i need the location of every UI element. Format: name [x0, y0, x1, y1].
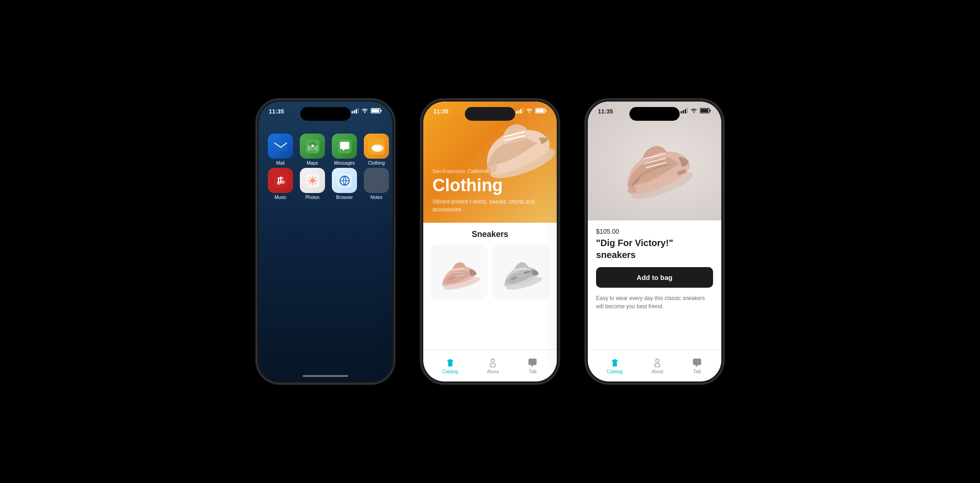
product-screen: 11:35: [588, 102, 721, 381]
svg-point-18: [281, 180, 285, 184]
app-photos[interactable]: Photos: [300, 168, 325, 200]
chat-icon-2: [692, 358, 702, 368]
messages-label: Messages: [334, 161, 355, 166]
time-phone2: 11:35: [433, 108, 448, 115]
app-grid: Mail Maps Messages: [259, 129, 392, 204]
wifi-icon: [361, 108, 368, 113]
svg-rect-33: [545, 110, 546, 112]
tab-bar-catalog: Catalog About: [423, 349, 557, 381]
app-clothing[interactable]: Clothing: [364, 134, 389, 166]
product-hero: 11:35: [588, 102, 721, 220]
svg-rect-7: [372, 109, 379, 113]
mail-label: Mail: [276, 161, 284, 166]
signal-icon-3: [681, 108, 688, 113]
sneaker-card-1[interactable]: [430, 245, 488, 300]
tab-about[interactable]: About: [487, 358, 499, 374]
app-messages[interactable]: Messages: [332, 134, 357, 166]
svg-point-4: [364, 112, 365, 113]
svg-rect-43: [490, 363, 495, 366]
dynamic-island-3: [629, 107, 680, 121]
svg-rect-47: [687, 108, 688, 113]
catalog-hero: 11:35: [423, 102, 557, 223]
shirt-icon-2: [610, 358, 620, 368]
shirt-icon: [445, 358, 455, 368]
catalog-location: San-Francisco, California: [432, 168, 548, 174]
time-phone3: 11:35: [598, 108, 613, 115]
browser-icon: [332, 168, 357, 193]
catalog-body: Sneakers: [423, 223, 557, 349]
home-indicator[interactable]: [303, 375, 348, 377]
svg-point-12: [311, 145, 314, 147]
tab-talk-product-label: Talk: [693, 369, 702, 374]
catalog-title: Clothing: [432, 176, 548, 195]
tab-catalog[interactable]: Catalog: [442, 358, 458, 374]
home-screen: 11:35: [259, 102, 392, 381]
svg-rect-30: [522, 108, 524, 113]
tab-about-product-label: About: [651, 369, 663, 374]
tab-catalog-product[interactable]: Catalog: [607, 358, 623, 374]
sneakers-grid: [430, 245, 550, 300]
battery-icon-3: [700, 108, 711, 113]
svg-rect-46: [685, 109, 686, 114]
svg-point-31: [529, 112, 530, 113]
svg-rect-0: [352, 111, 353, 113]
hero-content: San-Francisco, California Clothing Vibra…: [432, 168, 548, 214]
svg-rect-56: [655, 363, 660, 366]
phones-container: 11:35: [239, 81, 741, 402]
sneaker-img-1: [436, 254, 482, 290]
tab-catalog-product-label: Catalog: [607, 369, 623, 374]
maps-icon: [300, 134, 325, 159]
clothing-label: Clothing: [368, 161, 385, 166]
app-notes[interactable]: Notes: [364, 168, 389, 200]
svg-rect-2: [356, 109, 357, 114]
time-phone1: 11:35: [269, 108, 284, 115]
tab-talk[interactable]: Talk: [527, 358, 538, 374]
svg-rect-29: [520, 109, 522, 114]
svg-rect-45: [683, 110, 684, 113]
battery-icon: [371, 108, 382, 113]
add-to-bag-button[interactable]: Add to bag: [596, 267, 713, 288]
svg-point-42: [491, 359, 495, 362]
sneaker-img-2: [498, 254, 544, 290]
product-price: $105.00: [596, 228, 713, 235]
svg-rect-3: [358, 108, 359, 113]
phone-2: 11:35: [421, 100, 559, 383]
person-icon-2: [652, 358, 662, 368]
music-icon: [268, 168, 293, 193]
dynamic-island: [300, 107, 351, 121]
wifi-icon-3: [690, 108, 698, 113]
tab-about-product[interactable]: About: [651, 358, 663, 374]
svg-rect-1: [354, 110, 355, 113]
notes-label: Notes: [370, 195, 382, 200]
app-maps[interactable]: Maps: [300, 134, 325, 166]
app-browser[interactable]: Browser: [332, 168, 357, 200]
photos-icon: [300, 168, 325, 193]
tab-talk-label: Talk: [529, 369, 537, 374]
svg-rect-28: [518, 110, 520, 113]
browser-label: Browser: [336, 195, 353, 200]
app-music[interactable]: Music: [268, 168, 293, 200]
svg-rect-8: [274, 142, 287, 151]
sneakers-section-title: Sneakers: [430, 230, 550, 239]
phone-3: 11:35: [586, 100, 723, 383]
svg-rect-6: [381, 110, 382, 112]
svg-point-48: [693, 112, 694, 113]
svg-point-55: [656, 359, 659, 362]
status-icons-phone2: [516, 108, 547, 113]
product-sneaker-image: [613, 128, 696, 203]
mail-icon: [268, 134, 293, 159]
svg-rect-34: [536, 109, 544, 113]
person-icon: [488, 358, 498, 368]
svg-rect-27: [516, 111, 517, 113]
signal-icon: [352, 108, 359, 113]
messages-icon: [332, 134, 357, 159]
status-icons-phone1: [352, 108, 382, 113]
sneaker-card-2[interactable]: [492, 245, 550, 300]
chat-icon: [527, 358, 538, 368]
app-mail[interactable]: Mail: [268, 134, 293, 166]
catalog-screen: 11:35: [423, 102, 557, 381]
product-body: $105.00 "Dig For Victory!" sneakers Add …: [588, 220, 721, 349]
wifi-icon-2: [526, 108, 533, 113]
tab-talk-product[interactable]: Talk: [692, 358, 702, 374]
phone-1: 11:35: [257, 100, 394, 383]
